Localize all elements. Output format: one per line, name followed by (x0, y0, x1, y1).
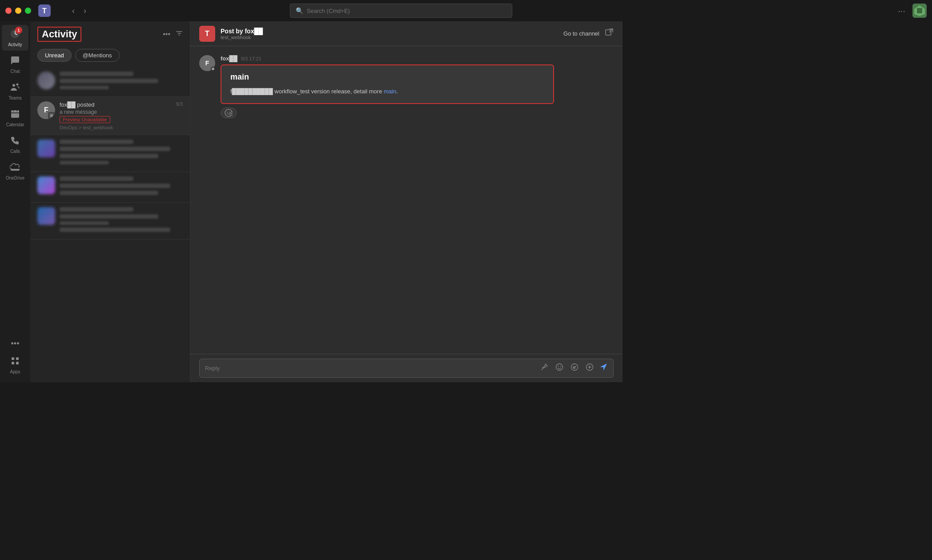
calendar-icon (10, 108, 20, 121)
card-link[interactable]: main (384, 88, 396, 95)
activity-more-button[interactable]: ••• (163, 30, 170, 39)
message-body: fox██ 9/3 17:21 main f██████████ workflo… (221, 55, 614, 118)
channel-name: Post by fox██ (221, 28, 563, 35)
avatar (37, 72, 55, 89)
giphy-button[interactable] (569, 363, 580, 373)
avatar: F (37, 101, 55, 119)
chat-nav-label: Chat (10, 69, 20, 74)
card-body: f██████████ workflow_test version releas… (230, 87, 544, 96)
message-container: F fox██ 9/3 17:21 main f██████████ workf… (199, 55, 614, 118)
list-item[interactable] (30, 135, 190, 172)
activity-header-actions: ••• (163, 30, 183, 39)
message-header: fox██ 9/3 17:21 (221, 55, 614, 62)
list-item[interactable]: F fox██ posted 9/3 a new message (30, 97, 190, 135)
blurred-line (60, 154, 158, 158)
sidebar-item-calendar[interactable]: Calendar (2, 105, 28, 131)
calls-icon (10, 135, 20, 148)
go-to-channel-button[interactable]: Go to channel (563, 30, 599, 37)
svg-rect-9 (12, 357, 14, 360)
minimize-button[interactable] (15, 8, 21, 14)
search-input[interactable] (307, 8, 506, 14)
close-button[interactable] (5, 8, 12, 14)
reaction-bar (221, 108, 614, 118)
sidebar-item-activity[interactable]: 1 Activity (2, 25, 28, 51)
filter-unread[interactable]: Unread (37, 49, 72, 62)
pop-out-button[interactable] (605, 28, 614, 39)
filter-mentions[interactable]: @Mentions (75, 49, 120, 62)
card-link-dot: . (396, 88, 398, 95)
onedrive-icon (10, 162, 20, 175)
activity-date: 9/3 (176, 101, 183, 108)
teams-nav-label: Teams (8, 96, 21, 100)
blurred-content (60, 140, 183, 167)
avatar (37, 140, 55, 157)
svg-text:T: T (42, 7, 47, 15)
blurred-line (60, 214, 158, 219)
sidebar-item-onedrive[interactable]: OneDrive (2, 158, 28, 184)
activity-nav-label: Activity (8, 42, 22, 47)
blurred-line (60, 72, 133, 76)
activity-message: a new message (60, 109, 183, 115)
sidebar-item-chat[interactable]: Chat (2, 52, 28, 77)
send-button[interactable] (599, 363, 608, 374)
format-button[interactable] (538, 363, 550, 373)
svg-point-6 (12, 84, 15, 87)
blurred-content (60, 207, 183, 235)
maximize-button[interactable] (25, 8, 31, 14)
forward-button[interactable]: › (80, 4, 90, 17)
preview-unavailable: Preview Unavailable (60, 116, 110, 123)
title-bar: T ‹ › 🔍 ··· (0, 0, 623, 21)
svg-rect-10 (16, 357, 19, 360)
svg-point-22 (560, 366, 561, 367)
svg-rect-8 (11, 110, 19, 118)
blurred-line (60, 207, 133, 212)
activity-filter-button[interactable] (176, 30, 183, 39)
main-content: T Post by fox██ test_webhook Go to chann… (190, 21, 623, 382)
search-bar[interactable]: 🔍 (290, 4, 512, 18)
list-item[interactable] (30, 67, 190, 97)
window-controls (5, 8, 31, 14)
more-nav-button[interactable]: ••• (8, 336, 23, 352)
channel-icon: T (199, 26, 215, 42)
avatar-status (211, 67, 215, 71)
channel-info: Post by fox██ test_webhook (221, 28, 563, 40)
activity-item-header: fox██ posted 9/3 (60, 101, 183, 108)
nav-arrows: ‹ › (68, 4, 90, 17)
calendar-nav-label: Calendar (6, 122, 24, 127)
message-timestamp: 9/3 17:21 (241, 56, 261, 61)
activity-panel: Activity ••• Unread @Mentions (30, 21, 190, 382)
sidebar-item-calls[interactable]: Calls (2, 132, 28, 157)
calls-nav-label: Calls (10, 149, 20, 154)
blurred-content (60, 72, 183, 92)
sidebar-item-apps[interactable]: Apps (2, 352, 28, 378)
emoji-button[interactable] (554, 363, 565, 373)
back-button[interactable]: ‹ (68, 4, 78, 17)
activity-sender: fox██ posted (60, 101, 94, 108)
channel-actions: Go to channel (563, 28, 614, 39)
sidebar-nav: 1 Activity Chat Teams (0, 21, 30, 382)
chat-icon (10, 55, 20, 68)
attach-button[interactable] (584, 363, 595, 373)
svg-point-21 (558, 366, 559, 367)
blurred-line (60, 228, 170, 232)
channel-header: T Post by fox██ test_webhook Go to chann… (190, 21, 623, 46)
filter-tabs: Unread @Mentions (30, 47, 190, 67)
blurred-line (60, 79, 158, 83)
sidebar-item-teams[interactable]: Teams (2, 78, 28, 104)
activity-title: Activity (37, 27, 81, 42)
card-body-suffix: workflow_test version release, detail mo… (273, 88, 382, 95)
blurred-line (60, 147, 170, 151)
list-item[interactable] (30, 203, 190, 240)
reply-input[interactable] (205, 365, 535, 372)
avatar (37, 207, 55, 225)
blurred-line (60, 176, 133, 181)
svg-rect-15 (606, 30, 611, 35)
channel-sub: test_webhook (221, 35, 563, 40)
teams-icon (10, 82, 20, 95)
list-item[interactable] (30, 172, 190, 203)
activity-list: F fox██ posted 9/3 a new message (30, 67, 190, 382)
blurred-line (60, 86, 109, 89)
reaction-button[interactable] (221, 108, 237, 118)
card-title: main (230, 72, 544, 82)
blurred-line (60, 184, 170, 188)
